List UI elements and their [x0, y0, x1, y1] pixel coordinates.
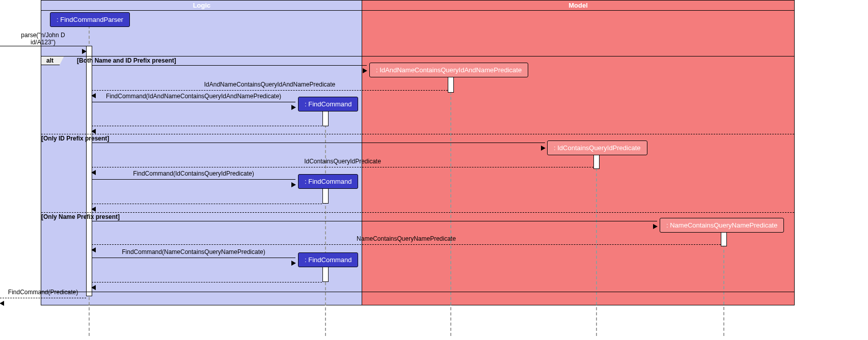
msg-create-idname-pred [92, 60, 367, 61]
id-pred-participant: : IdContainsQueryIdPredicate [547, 140, 647, 155]
msg-create-findcmd-2-label: FindCommand(IdContainsQueryIdPredicate) [131, 170, 256, 177]
msg-create-findcmd-2: FindCommand(IdContainsQueryIdPredicate) [92, 174, 295, 175]
findcmd-activation-1 [322, 110, 329, 126]
msg-return-name-pred: NameContainsQueryNamePredicate [92, 239, 721, 240]
msg-parse-in: parse("n/John D id/A123") [0, 41, 86, 41]
idname-pred-participant: : IdAndNameContainsQueryIdAndNamePredica… [369, 63, 528, 77]
name-pred-activation [721, 231, 727, 246]
alt-divider-2 [41, 212, 794, 213]
parser-participant: : FindCommandParser [50, 12, 130, 27]
findcmd-participant-1: : FindCommand [298, 97, 358, 111]
alt-guard-2: [Only ID Prefix present] [41, 135, 109, 142]
msg-create-findcmd-1: FindCommand(IdAndNameContainsQueryIdAndN… [92, 97, 295, 97]
msg-return-findcmd-2 [92, 199, 322, 199]
findcmd-activation-2 [322, 187, 329, 204]
msg-return-name-pred-label: NameContainsQueryNamePredicate [355, 235, 458, 242]
msg-final-return: FindCommand(Predicate) [0, 293, 86, 293]
logic-region-header: Logic [41, 1, 362, 11]
msg-return-idname-pred-label: IdAndNameContainsQueryIdAndNamePredicate [202, 81, 337, 88]
msg-return-id-pred: IdContainsQueryIdPredicate [92, 162, 593, 162]
findcmd-participant-3: : FindCommand [298, 252, 358, 267]
alt-divider-1 [41, 134, 794, 134]
findcmd-activation-3 [322, 266, 329, 282]
idname-pred-activation [448, 76, 454, 93]
findcmd-participant-2: : FindCommand [298, 174, 358, 189]
alt-guard-3: [Only Name Prefix present] [41, 213, 120, 220]
msg-return-findcmd-1 [92, 121, 322, 121]
name-pred-participant: : NameContainsQueryNamePredicate [660, 218, 784, 233]
alt-tab: alt [41, 56, 64, 65]
id-pred-activation [593, 154, 600, 169]
msg-create-findcmd-3: FindCommand(NameContainsQueryNamePredica… [92, 252, 295, 253]
msg-create-id-pred [92, 137, 545, 138]
msg-create-name-pred [92, 216, 657, 216]
msg-parse-in-label: parse("n/John D id/A123") [19, 32, 67, 46]
model-region-header: Model [362, 1, 794, 11]
alt-guard-1: [Both Name and ID Prefix present] [77, 57, 176, 64]
msg-return-idname-pred: IdAndNameContainsQueryIdAndNamePredicate [92, 85, 448, 86]
msg-create-findcmd-3-label: FindCommand(NameContainsQueryNamePredica… [120, 248, 267, 256]
msg-final-return-label: FindCommand(Predicate) [6, 289, 80, 296]
msg-return-findcmd-3 [92, 277, 322, 277]
msg-return-id-pred-label: IdContainsQueryIdPredicate [302, 158, 383, 165]
msg-create-findcmd-1-label: FindCommand(IdAndNameContainsQueryIdAndN… [104, 93, 283, 100]
